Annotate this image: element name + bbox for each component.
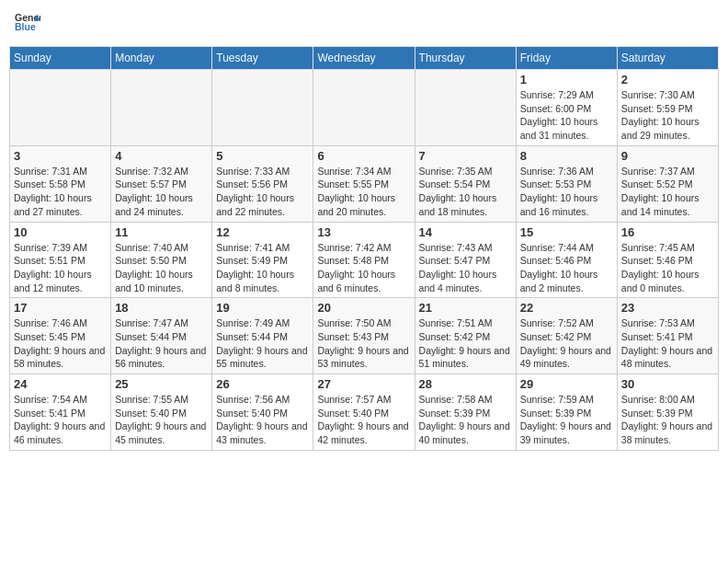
- day-info: Sunrise: 7:37 AMSunset: 5:52 PMDaylight:…: [621, 165, 714, 219]
- week-row-4: 17Sunrise: 7:46 AMSunset: 5:45 PMDayligh…: [10, 298, 719, 374]
- day-info: Sunrise: 7:45 AMSunset: 5:46 PMDaylight:…: [621, 241, 714, 295]
- calendar-cell: 14Sunrise: 7:43 AMSunset: 5:47 PMDayligh…: [415, 222, 516, 298]
- calendar-table: SundayMondayTuesdayWednesdayThursdayFrid…: [9, 46, 719, 451]
- calendar-cell: 5Sunrise: 7:33 AMSunset: 5:56 PMDaylight…: [212, 145, 313, 222]
- day-info: Sunrise: 7:56 AMSunset: 5:40 PMDaylight:…: [216, 393, 309, 447]
- calendar-cell: 22Sunrise: 7:52 AMSunset: 5:42 PMDayligh…: [516, 298, 617, 374]
- calendar-cell: 15Sunrise: 7:44 AMSunset: 5:46 PMDayligh…: [516, 222, 617, 298]
- day-info: Sunrise: 7:40 AMSunset: 5:50 PMDaylight:…: [115, 241, 208, 295]
- day-number: 30: [621, 377, 714, 391]
- day-info: Sunrise: 7:59 AMSunset: 5:39 PMDaylight:…: [520, 393, 613, 447]
- day-number: 18: [115, 301, 208, 315]
- calendar-cell: 20Sunrise: 7:50 AMSunset: 5:43 PMDayligh…: [313, 298, 415, 374]
- day-number: 23: [621, 301, 714, 315]
- day-number: 13: [317, 225, 410, 239]
- day-info: Sunrise: 7:54 AMSunset: 5:41 PMDaylight:…: [14, 393, 107, 447]
- day-info: Sunrise: 7:34 AMSunset: 5:55 PMDaylight:…: [317, 165, 410, 219]
- day-info: Sunrise: 7:30 AMSunset: 5:59 PMDaylight:…: [621, 88, 714, 143]
- calendar-cell: 1Sunrise: 7:29 AMSunset: 6:00 PMDaylight…: [516, 70, 617, 146]
- calendar-cell: [10, 70, 111, 146]
- calendar-cell: 12Sunrise: 7:41 AMSunset: 5:49 PMDayligh…: [212, 222, 313, 298]
- weekday-tuesday: Tuesday: [212, 47, 313, 70]
- calendar-cell: 21Sunrise: 7:51 AMSunset: 5:42 PMDayligh…: [415, 298, 516, 374]
- day-info: Sunrise: 7:53 AMSunset: 5:41 PMDaylight:…: [621, 316, 714, 371]
- day-info: Sunrise: 7:47 AMSunset: 5:44 PMDaylight:…: [115, 316, 208, 371]
- calendar-cell: 2Sunrise: 7:30 AMSunset: 5:59 PMDaylight…: [617, 70, 718, 146]
- calendar-cell: 29Sunrise: 7:59 AMSunset: 5:39 PMDayligh…: [516, 374, 617, 451]
- day-info: Sunrise: 7:32 AMSunset: 5:57 PMDaylight:…: [115, 165, 208, 219]
- day-number: 15: [520, 225, 613, 239]
- day-number: 8: [520, 149, 613, 163]
- day-number: 5: [216, 149, 309, 163]
- week-row-1: 1Sunrise: 7:29 AMSunset: 6:00 PMDaylight…: [10, 70, 719, 146]
- week-row-3: 10Sunrise: 7:39 AMSunset: 5:51 PMDayligh…: [10, 222, 719, 298]
- day-info: Sunrise: 7:31 AMSunset: 5:58 PMDaylight:…: [14, 165, 107, 219]
- day-info: Sunrise: 7:44 AMSunset: 5:46 PMDaylight:…: [520, 241, 613, 295]
- calendar-cell: [313, 70, 415, 146]
- weekday-sunday: Sunday: [10, 47, 111, 70]
- day-number: 22: [520, 301, 613, 315]
- day-info: Sunrise: 7:52 AMSunset: 5:42 PMDaylight:…: [520, 316, 613, 371]
- weekday-friday: Friday: [516, 47, 617, 70]
- weekday-thursday: Thursday: [415, 47, 516, 70]
- calendar-cell: 16Sunrise: 7:45 AMSunset: 5:46 PMDayligh…: [617, 222, 718, 298]
- calendar-cell: [111, 70, 212, 146]
- calendar-cell: 26Sunrise: 7:56 AMSunset: 5:40 PMDayligh…: [212, 374, 313, 451]
- day-number: 1: [520, 73, 613, 86]
- day-info: Sunrise: 7:55 AMSunset: 5:40 PMDaylight:…: [115, 393, 208, 447]
- calendar-cell: 18Sunrise: 7:47 AMSunset: 5:44 PMDayligh…: [111, 298, 212, 374]
- day-number: 2: [621, 73, 714, 86]
- day-info: Sunrise: 7:29 AMSunset: 6:00 PMDaylight:…: [520, 88, 613, 143]
- calendar-cell: 13Sunrise: 7:42 AMSunset: 5:48 PMDayligh…: [313, 222, 415, 298]
- day-number: 19: [216, 301, 309, 315]
- svg-text:Blue: Blue: [15, 21, 36, 32]
- day-number: 4: [115, 149, 208, 163]
- day-number: 14: [419, 225, 512, 239]
- weekday-monday: Monday: [111, 47, 212, 70]
- calendar-cell: 19Sunrise: 7:49 AMSunset: 5:44 PMDayligh…: [212, 298, 313, 374]
- calendar-cell: 25Sunrise: 7:55 AMSunset: 5:40 PMDayligh…: [111, 374, 212, 451]
- day-info: Sunrise: 7:36 AMSunset: 5:53 PMDaylight:…: [520, 165, 613, 219]
- day-info: Sunrise: 7:58 AMSunset: 5:39 PMDaylight:…: [419, 393, 512, 447]
- weekday-saturday: Saturday: [617, 47, 718, 70]
- day-info: Sunrise: 7:39 AMSunset: 5:51 PMDaylight:…: [14, 241, 107, 295]
- calendar-cell: 30Sunrise: 8:00 AMSunset: 5:39 PMDayligh…: [617, 374, 718, 451]
- day-info: Sunrise: 7:41 AMSunset: 5:49 PMDaylight:…: [216, 241, 309, 295]
- day-info: Sunrise: 7:42 AMSunset: 5:48 PMDaylight:…: [317, 241, 410, 295]
- day-number: 11: [115, 225, 208, 239]
- day-info: Sunrise: 7:46 AMSunset: 5:45 PMDaylight:…: [14, 316, 107, 371]
- day-number: 6: [317, 149, 410, 163]
- day-number: 28: [419, 377, 512, 391]
- week-row-5: 24Sunrise: 7:54 AMSunset: 5:41 PMDayligh…: [10, 374, 719, 451]
- weekday-header-row: SundayMondayTuesdayWednesdayThursdayFrid…: [10, 47, 719, 70]
- week-row-2: 3Sunrise: 7:31 AMSunset: 5:58 PMDaylight…: [10, 145, 719, 222]
- calendar-cell: 23Sunrise: 7:53 AMSunset: 5:41 PMDayligh…: [617, 298, 718, 374]
- day-number: 9: [621, 149, 714, 163]
- day-number: 7: [419, 149, 512, 163]
- day-number: 10: [14, 225, 107, 239]
- calendar-cell: 10Sunrise: 7:39 AMSunset: 5:51 PMDayligh…: [10, 222, 111, 298]
- calendar-cell: [212, 70, 313, 146]
- day-info: Sunrise: 7:33 AMSunset: 5:56 PMDaylight:…: [216, 165, 309, 219]
- day-number: 3: [14, 149, 107, 163]
- day-number: 25: [115, 377, 208, 391]
- day-number: 20: [317, 301, 410, 315]
- page-header: General Blue: [9, 9, 719, 39]
- day-number: 27: [317, 377, 410, 391]
- day-info: Sunrise: 7:57 AMSunset: 5:40 PMDaylight:…: [317, 393, 410, 447]
- day-info: Sunrise: 7:51 AMSunset: 5:42 PMDaylight:…: [419, 316, 512, 371]
- day-info: Sunrise: 7:49 AMSunset: 5:44 PMDaylight:…: [216, 316, 309, 371]
- calendar-cell: 11Sunrise: 7:40 AMSunset: 5:50 PMDayligh…: [111, 222, 212, 298]
- day-info: Sunrise: 7:50 AMSunset: 5:43 PMDaylight:…: [317, 316, 410, 371]
- calendar-cell: 8Sunrise: 7:36 AMSunset: 5:53 PMDaylight…: [516, 145, 617, 222]
- day-number: 21: [419, 301, 512, 315]
- logo: General Blue: [13, 9, 40, 39]
- day-number: 26: [216, 377, 309, 391]
- logo-icon: General Blue: [15, 9, 40, 35]
- day-number: 16: [621, 225, 714, 239]
- day-number: 12: [216, 225, 309, 239]
- calendar-cell: 6Sunrise: 7:34 AMSunset: 5:55 PMDaylight…: [313, 145, 415, 222]
- calendar-cell: 27Sunrise: 7:57 AMSunset: 5:40 PMDayligh…: [313, 374, 415, 451]
- day-number: 17: [14, 301, 107, 315]
- calendar-cell: 9Sunrise: 7:37 AMSunset: 5:52 PMDaylight…: [617, 145, 718, 222]
